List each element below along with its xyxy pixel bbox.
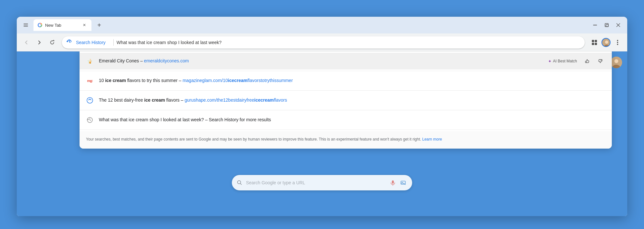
dropdown-footer: Your searches, best matches, and their p… — [80, 131, 612, 149]
result-2-title-prefix: 10 — [99, 78, 105, 83]
tab-title: New Tab — [45, 23, 79, 28]
nav-bar: Search History What was that ice cream s… — [17, 33, 627, 51]
svg-text:🍦: 🍦 — [87, 59, 93, 64]
thumbs-up-button[interactable] — [582, 56, 592, 66]
page-right-icons — [389, 179, 407, 187]
thumbs-down-button[interactable] — [595, 56, 605, 66]
result-2-url-suffix: flavorstotrythissummer — [247, 78, 293, 83]
result-2-url-prefix: magazineglam.com/10 — [183, 78, 228, 83]
result-1-title: Emerald City Cones – — [99, 58, 144, 63]
divider-2 — [80, 90, 612, 91]
result-2-title-bold: ice cream — [105, 78, 126, 83]
dropdown-item-1[interactable]: 🍦 Emerald City Cones – emeraldcitycones.… — [80, 53, 612, 69]
nav-actions — [589, 37, 623, 48]
dropdown-item-3[interactable]: The 12 best dairy-free ice cream flavors… — [80, 92, 612, 109]
ai-star-icon: ✦ — [548, 59, 552, 64]
result-2-favicon: mg: — [86, 77, 94, 85]
svg-rect-4 — [592, 40, 594, 42]
page-searchbar: Search Google or type a URL — [232, 175, 412, 190]
svg-rect-1 — [593, 25, 597, 25]
page-search-icon — [237, 180, 242, 185]
result-1-actions — [582, 56, 605, 66]
result-2-title-suffix: flavors to try this summer – — [126, 78, 183, 83]
tab-favicon — [37, 23, 43, 28]
omnibox-container: Search History What was that ice cream s… — [62, 36, 585, 49]
result-2-content: 10 ice cream flavors to try this summer … — [99, 78, 605, 84]
search-dropdown: 🍦 Emerald City Cones – emeraldcitycones.… — [80, 51, 612, 149]
svg-rect-23 — [392, 180, 394, 184]
tab-close-button[interactable]: ✕ — [81, 22, 88, 28]
result-3-content: The 12 best dairy-free ice cream flavors… — [99, 97, 605, 104]
page-content: 🍦 Emerald City Cones – emeraldcitycones.… — [17, 51, 627, 216]
image-search-icon[interactable] — [399, 179, 407, 187]
result-1-content: Emerald City Cones – emeraldcitycones.co… — [99, 58, 543, 64]
footer-text: Your searches, best matches, and their p… — [86, 137, 422, 142]
svg-point-20 — [89, 99, 90, 100]
svg-point-9 — [605, 41, 608, 44]
svg-rect-5 — [595, 40, 597, 42]
svg-point-15 — [614, 59, 618, 63]
result-1-url: emeraldcitycones.com — [144, 58, 189, 63]
divider-4 — [80, 130, 612, 130]
result-4-content: What was that ice cream shop I looked at… — [99, 117, 605, 123]
result-4-favicon — [86, 116, 94, 124]
tab-list-button[interactable] — [21, 20, 31, 30]
svg-rect-3 — [606, 24, 608, 27]
result-3-url-prefix: gurushape.com/the12bestdairyfree — [185, 97, 254, 103]
window-controls — [590, 20, 623, 30]
result-3-title-bold: ice cream — [144, 97, 165, 103]
forward-button[interactable] — [33, 37, 45, 48]
result-3-url-suffix: flavors — [274, 97, 287, 103]
result-3-url-bold: icecream — [254, 97, 274, 103]
page-search-placeholder: Search Google or type a URL — [246, 180, 385, 185]
refresh-button[interactable] — [46, 37, 58, 48]
result-4-title: What was that ice cream shop I looked at… — [99, 117, 271, 122]
result-3-title-prefix: The 12 best dairy-free — [99, 97, 144, 103]
new-tab-button[interactable]: + — [94, 20, 104, 30]
maximize-button[interactable] — [601, 20, 612, 30]
profile-avatar[interactable] — [601, 38, 611, 47]
dropdown-item-4[interactable]: What was that ice cream shop I looked at… — [80, 112, 612, 128]
svg-point-19 — [87, 97, 93, 103]
dropdown-item-2[interactable]: mg: 10 ice cream flavors to try this sum… — [80, 72, 612, 89]
svg-point-13 — [617, 44, 618, 45]
svg-rect-2 — [605, 23, 608, 27]
svg-point-11 — [617, 40, 618, 41]
svg-rect-6 — [592, 43, 594, 45]
page-profile-avatar[interactable] — [611, 57, 622, 68]
result-3-favicon — [86, 96, 94, 104]
result-1-favicon: 🍦 — [86, 57, 94, 65]
result-2-url-bold: icecream — [228, 78, 248, 83]
browser-window: New Tab ✕ + — [17, 17, 627, 216]
extensions-button[interactable] — [589, 37, 600, 48]
learn-more-link[interactable]: Learn more — [422, 137, 442, 142]
divider-1 — [80, 71, 612, 71]
divider-3 — [80, 110, 612, 110]
minimize-button[interactable] — [590, 20, 600, 30]
back-button[interactable] — [21, 37, 32, 48]
ai-badge-text: AI Best Match — [553, 59, 577, 63]
active-tab[interactable]: New Tab ✕ — [33, 19, 91, 31]
voice-search-icon[interactable] — [389, 179, 397, 187]
title-bar: New Tab ✕ + — [17, 17, 627, 33]
svg-rect-7 — [595, 43, 597, 45]
ai-best-match-badge: ✦ AI Best Match — [548, 59, 577, 64]
close-button[interactable] — [613, 20, 623, 30]
result-3-title-suffix: flavors – — [165, 97, 185, 103]
svg-point-12 — [617, 42, 618, 43]
omnibox-input[interactable] — [62, 36, 585, 49]
menu-button[interactable] — [612, 37, 623, 48]
